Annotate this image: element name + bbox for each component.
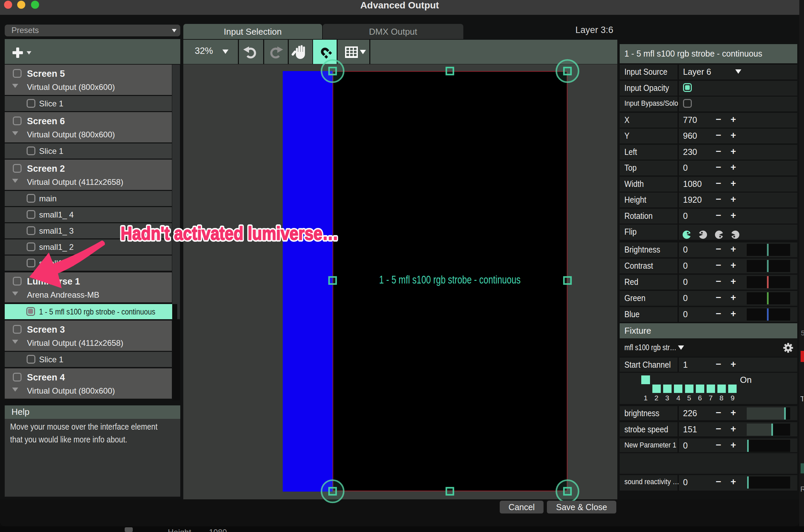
svg-text:Hadn't activated lumiverse…: Hadn't activated lumiverse… [121,223,338,244]
